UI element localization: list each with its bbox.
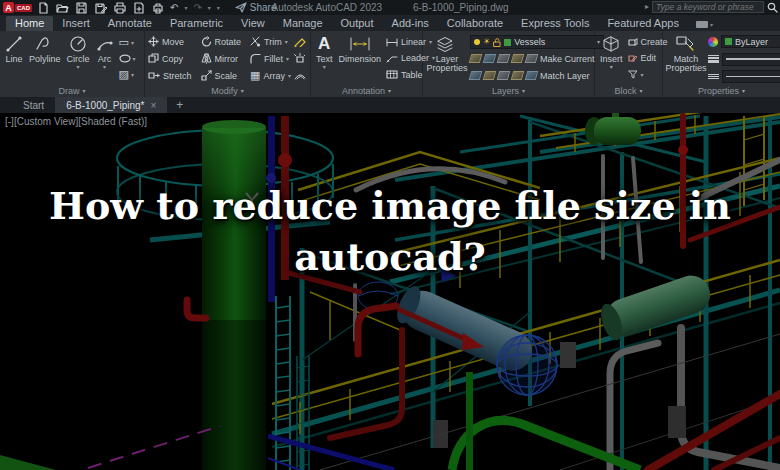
tab-add-ins[interactable]: Add-ins [383,16,438,31]
ribbon: Line Polyline Circle ▾ Arc ▾ ▭▾ ▾ ▨▾ [0,31,780,97]
panel-label-annotation[interactable]: Annotation▾ [311,84,422,97]
open-file-button[interactable] [56,2,69,14]
erase-tool[interactable] [294,37,306,47]
tab-manage[interactable]: Manage [274,16,332,31]
publish-button[interactable] [132,2,145,14]
tab-collaborate[interactable]: Collaborate [438,16,512,31]
tab-annotate[interactable]: Annotate [99,16,161,31]
layer-unisolate-icon[interactable] [483,54,497,63]
redo-dropdown[interactable]: ▾ [208,5,211,11]
new-tab-button[interactable]: + [167,97,192,113]
make-current-button[interactable]: Make Current [526,51,595,66]
fillet-tool[interactable]: Fillet▾ [250,51,291,66]
search-icon[interactable] [767,2,778,13]
dark-overlay [0,113,780,470]
color-value: ByLayer [735,37,780,47]
rotate-tool[interactable]: Rotate [201,34,242,49]
copy-tool[interactable]: Copy [148,51,192,66]
circle-tool[interactable]: Circle ▾ [65,33,92,84]
autocad-logo[interactable]: A CAD [3,2,32,13]
tab-home[interactable]: Home [6,16,53,31]
match-properties-tool[interactable]: Match Properties [666,33,706,84]
help-search: ▸ [645,1,778,13]
linetype-select[interactable]: ByLayer [722,70,780,83]
search-input[interactable] [652,1,764,13]
array-tool[interactable]: ▦Array▾ [250,68,291,83]
polyline-tool[interactable]: Polyline [27,33,63,84]
mirror-tool[interactable]: Mirror [201,51,242,66]
ribbon-toggle-chevron: ▾ [710,22,713,28]
redo-button[interactable]: ↷ [193,3,201,13]
stretch-tool[interactable]: Stretch [148,68,192,83]
tab-view[interactable]: View [232,16,274,31]
panel-label-draw[interactable]: Draw▾ [0,84,144,97]
panel-annotation: A Text ▾ Dimension Linear▾ Leader▾ Table… [311,31,423,97]
tab-insert[interactable]: Insert [53,16,99,31]
file-tab-document[interactable]: 6-B-1000_Piping* × [55,97,167,113]
layer-vpfreeze-icon[interactable] [511,71,525,80]
new-file-button[interactable] [37,2,50,14]
file-tab-start[interactable]: Start [12,97,55,113]
block-attributes-icon [628,70,638,79]
trim-tool[interactable]: Trim▾ [250,34,291,49]
text-tool[interactable]: A Text ▾ [314,33,335,84]
edit-block-tool[interactable]: Edit [628,51,668,66]
save-as-button[interactable] [94,2,107,14]
panel-draw: Line Polyline Circle ▾ Arc ▾ ▭▾ ▾ ▨▾ [0,31,145,97]
viewport-visual-style-control[interactable]: [Shaded (Fast)] [78,116,147,127]
tab-output[interactable]: Output [332,16,383,31]
layer-stack-icon [436,35,458,53]
viewport-view-control[interactable]: [Custom View] [14,116,78,127]
layer-isolate-icon[interactable] [469,54,483,63]
save-button[interactable] [75,2,88,14]
offset-tool[interactable] [294,70,306,80]
layer-freeze-icon[interactable] [497,54,511,63]
hatch-tool[interactable]: ▨▾ [119,69,136,80]
layer-lock-icon[interactable] [469,71,483,80]
ribbon-display-toggle[interactable]: ▾ [696,21,713,31]
ellipse-tool[interactable]: ▾ [119,54,136,63]
match-layer-button[interactable]: Match Layer [526,68,590,83]
insert-block-icon [601,35,621,53]
title-line-2: autocad? [0,231,780,282]
open-folder-icon [56,2,69,14]
block-attributes-tool[interactable]: ▾ [628,67,668,82]
layer-walk-icon[interactable] [497,71,511,80]
close-tab-icon[interactable]: × [151,100,157,111]
lineweight-select[interactable]: ByLayer [722,53,780,66]
scale-tool[interactable]: Scale [201,68,242,83]
tab-express-tools[interactable]: Express Tools [512,16,598,31]
arc-tool[interactable]: Arc ▾ [94,33,116,84]
drawing-viewport[interactable]: [-] [Custom View] [Shaded (Fast)] How to… [0,113,780,470]
undo-dropdown[interactable]: ▾ [184,5,187,11]
app-title: Autodesk AutoCAD 2023 [271,2,382,13]
create-block-tool[interactable]: Create [628,35,668,50]
panel-label-modify[interactable]: Modify▾ [145,84,310,97]
document-title: 6-B-1000_Piping.dwg [413,2,509,13]
insert-block-tool[interactable]: Insert ▾ [598,33,625,84]
share-button[interactable]: Share [235,2,277,13]
printer-icon [152,2,164,14]
explode-tool[interactable] [294,53,306,63]
tab-parametric[interactable]: Parametric [161,16,232,31]
move-tool[interactable]: Move [148,34,192,49]
print-button[interactable] [151,2,164,14]
layer-properties-tool[interactable]: Layer Properties [426,33,468,84]
panel-label-properties[interactable]: Properties▾ [663,84,780,97]
arc-icon [96,35,114,53]
plot-button[interactable] [113,2,126,14]
object-color-select[interactable]: ByLayer ▾ [721,35,780,48]
panel-label-block[interactable]: Block▾ [595,84,662,97]
undo-button[interactable]: ↶ [170,3,178,13]
layer-select[interactable]: ☀ Vessels ▾ [470,35,604,49]
dimension-tool[interactable]: Dimension [337,33,384,84]
qat-customize-dropdown[interactable]: ▾ [217,5,220,11]
line-tool[interactable]: Line [3,33,25,84]
viewport-menu-control[interactable]: [-] [5,116,14,127]
tab-featured-apps[interactable]: Featured Apps [598,16,688,31]
rectangle-tool[interactable]: ▭▾ [119,37,136,48]
layer-unlock2-icon[interactable] [483,71,497,80]
panel-label-layers[interactable]: Layers▾ [423,84,594,97]
search-expand-arrow[interactable]: ▸ [645,3,649,11]
layer-off-icon[interactable] [511,54,525,63]
